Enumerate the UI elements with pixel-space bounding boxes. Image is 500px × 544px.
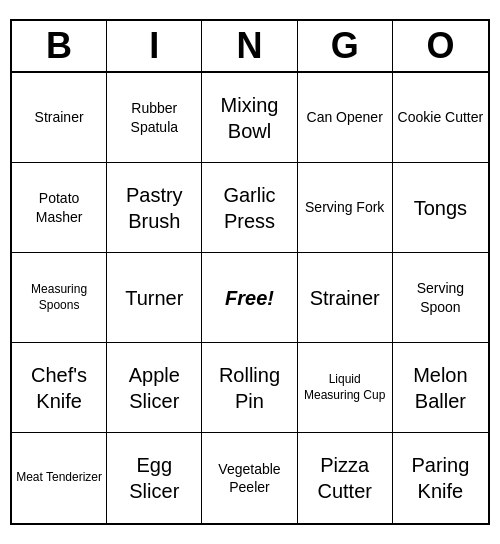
table-row: Turner <box>107 253 202 343</box>
table-row: Garlic Press <box>202 163 297 253</box>
table-row: Cookie Cutter <box>393 73 488 163</box>
table-row: Rolling Pin <box>202 343 297 433</box>
table-row: Apple Slicer <box>107 343 202 433</box>
bingo-card: B I N G O StrainerRubber SpatulaMixing B… <box>10 19 490 525</box>
table-row: Strainer <box>298 253 393 343</box>
table-row: Liquid Measuring Cup <box>298 343 393 433</box>
table-row: Free! <box>202 253 297 343</box>
table-row: Measuring Spoons <box>12 253 107 343</box>
table-row: Pastry Brush <box>107 163 202 253</box>
header-i: I <box>107 21 202 71</box>
table-row: Melon Baller <box>393 343 488 433</box>
table-row: Chef's Knife <box>12 343 107 433</box>
table-row: Tongs <box>393 163 488 253</box>
table-row: Serving Spoon <box>393 253 488 343</box>
table-row: Mixing Bowl <box>202 73 297 163</box>
table-row: Pizza Cutter <box>298 433 393 523</box>
table-row: Paring Knife <box>393 433 488 523</box>
table-row: Potato Masher <box>12 163 107 253</box>
bingo-grid: StrainerRubber SpatulaMixing BowlCan Ope… <box>12 73 488 523</box>
header-g: G <box>298 21 393 71</box>
bingo-header: B I N G O <box>12 21 488 73</box>
header-b: B <box>12 21 107 71</box>
table-row: Can Opener <box>298 73 393 163</box>
table-row: Meat Tenderizer <box>12 433 107 523</box>
table-row: Egg Slicer <box>107 433 202 523</box>
table-row: Vegetable Peeler <box>202 433 297 523</box>
header-o: O <box>393 21 488 71</box>
table-row: Rubber Spatula <box>107 73 202 163</box>
table-row: Strainer <box>12 73 107 163</box>
header-n: N <box>202 21 297 71</box>
table-row: Serving Fork <box>298 163 393 253</box>
